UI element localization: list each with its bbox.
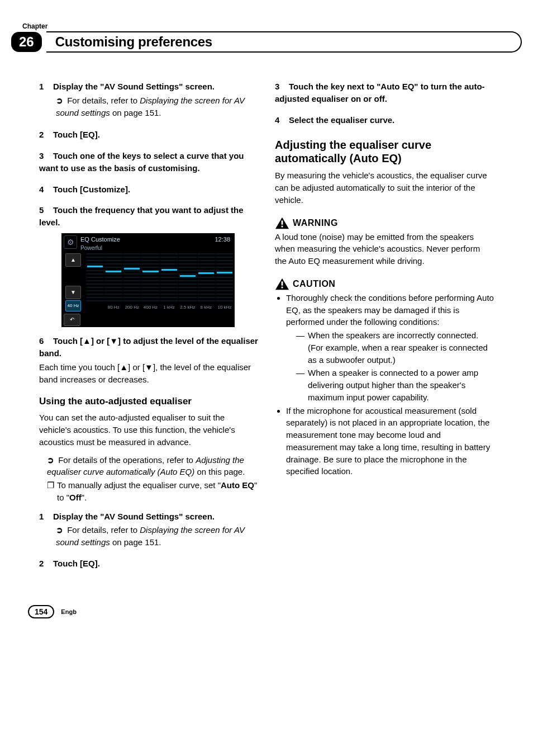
eq-band-label: 400 Hz xyxy=(141,304,159,311)
page-lang: Engb xyxy=(61,608,77,615)
chapter-title: Customising preferences xyxy=(55,34,212,50)
eq-customize-screenshot: ⚙ EQ Customize Powerful 12:38 ▲ ▼ 40 Hz xyxy=(61,233,235,327)
reference-suffix: on this page. xyxy=(194,467,245,476)
step-4: 4 Touch [Customize]. xyxy=(39,183,258,196)
step-6: 6 Touch [▲] or [▼] to adjust the level o… xyxy=(39,335,258,360)
eq-band[interactable]: 1 kHz xyxy=(160,253,178,311)
step-text: Display the "AV Sound Settings" screen. xyxy=(53,512,215,521)
eq-band[interactable]: 80 Hz xyxy=(104,253,122,311)
caution-sublist: — When the speakers are incorrectly conn… xyxy=(296,329,494,404)
content-columns: 1 Display the "AV Sound Settings" screen… xyxy=(39,75,494,571)
step-number: 5 xyxy=(39,205,44,215)
chapter-number-pill: 26 xyxy=(11,32,42,52)
subheading-auto-eq: Using the auto-adjusted equaliser xyxy=(39,395,258,409)
reference-prefix: For details of the operations, refer to xyxy=(58,455,196,465)
step-number: 3 xyxy=(275,82,279,91)
auto-eq-paragraph: By measuring the vehicle's acoustics, th… xyxy=(275,169,494,206)
caution-header: CAUTION xyxy=(275,277,494,291)
auto-eq-ref: ➲ For details of the operations, refer t… xyxy=(47,454,258,479)
step-text: Touch the frequency that you want to adj… xyxy=(39,205,244,227)
eq-band-label: 8 kHz xyxy=(197,304,215,311)
step-number: 1 xyxy=(39,82,44,91)
eq-band[interactable]: 8 kHz xyxy=(197,253,215,311)
ss-title: EQ Customize xyxy=(80,235,120,244)
caution-sub-2: — When a speaker is connected to a power… xyxy=(296,367,494,403)
svg-rect-2 xyxy=(282,225,283,227)
warning-text: A loud tone (noise) may be emitted from … xyxy=(275,231,494,267)
svg-rect-5 xyxy=(282,286,283,288)
step-text: Touch [EQ]. xyxy=(53,559,100,568)
step-1: 1 Display the "AV Sound Settings" screen… xyxy=(39,81,258,93)
step-5: 5 Touch the frequency that you want to a… xyxy=(39,204,258,229)
note-icon: ❐ xyxy=(47,479,55,504)
eq-band-label: 1 kHz xyxy=(160,304,178,311)
eq-band-label: 80 Hz xyxy=(104,304,122,311)
reference-suffix: on page 151. xyxy=(110,537,161,547)
page-number: 154 xyxy=(28,605,54,618)
reference-line-b: ➲ For details, refer to Displaying the s… xyxy=(56,524,258,549)
eq-band-label: 200 Hz xyxy=(123,304,141,311)
step-number: 1 xyxy=(39,512,44,521)
note-text: To manually adjust the equaliser curve, … xyxy=(57,479,258,504)
eq-band-label: 10 kHz xyxy=(216,304,234,311)
reference-prefix: For details, refer to xyxy=(67,96,140,105)
note-bold: Off xyxy=(69,493,82,502)
step-text: Touch [▲] or [▼] to adjust the level of … xyxy=(39,336,258,358)
eq-band[interactable]: 200 Hz xyxy=(123,253,141,311)
step-number: 2 xyxy=(39,559,44,568)
step-text: Touch [Customize]. xyxy=(53,185,130,194)
step-2: 2 Touch [EQ]. xyxy=(39,129,258,141)
note-frag: ". xyxy=(82,493,87,502)
eq-band[interactable]: 10 kHz xyxy=(216,253,234,311)
eq-band xyxy=(86,253,104,311)
ss-titlebar: ⚙ EQ Customize Powerful 12:38 xyxy=(61,233,235,252)
step-3-right: 3 Touch the key next to "Auto EQ" to tur… xyxy=(275,81,494,105)
warning-icon xyxy=(275,216,289,230)
ss-arrow-column: ▲ ▼ 40 Hz xyxy=(61,252,85,313)
ss-subtitle: Powerful xyxy=(80,244,120,253)
svg-rect-1 xyxy=(282,220,283,224)
step-3: 3 Touch one of the keys to select a curv… xyxy=(39,150,258,174)
eq-band[interactable]: 2.5 kHz xyxy=(179,253,197,311)
reference-icon: ➲ xyxy=(56,94,65,107)
caution-item-1: Thoroughly check the conditions before p… xyxy=(286,292,494,404)
eq-bands: 80 Hz200 Hz400 Hz1 kHz2.5 kHz8 kHz10 kHz xyxy=(85,252,235,313)
heading-auto-eq: Adjusting the equaliser curve automatica… xyxy=(275,138,494,165)
chapter-label: Chapter xyxy=(22,22,494,30)
ss-clock: 12:38 xyxy=(215,235,230,244)
eq-level-up-button[interactable]: ▲ xyxy=(65,253,81,267)
step-number: 2 xyxy=(39,130,44,139)
auto-eq-description: You can set the auto-adjusted equaliser … xyxy=(39,412,258,448)
step-number: 3 xyxy=(39,151,44,160)
caution-text: Thoroughly check the conditions before p… xyxy=(286,293,494,327)
left-column: 1 Display the "AV Sound Settings" screen… xyxy=(39,75,258,571)
caution-label: CAUTION xyxy=(293,277,335,290)
step-text: Touch one of the keys to select a curve … xyxy=(39,151,244,173)
chapter-title-frame: Customising preferences xyxy=(46,31,522,53)
step-text: Display the "AV Sound Settings" screen. xyxy=(53,82,215,91)
dash-icon: — xyxy=(296,367,304,403)
step-number: 6 xyxy=(39,336,44,346)
caution-item-2: If the microphone for acoustical measure… xyxy=(286,405,494,478)
reference-icon: ➲ xyxy=(47,454,56,466)
note-frag: To manually adjust the equaliser curve, … xyxy=(57,480,221,490)
eq-band-label: 2.5 kHz xyxy=(179,304,197,311)
reference-icon: ➲ xyxy=(56,524,65,536)
eq-band[interactable]: 400 Hz xyxy=(141,253,159,311)
right-column: 3 Touch the key next to "Auto EQ" to tur… xyxy=(275,75,494,571)
back-button[interactable]: ↶ xyxy=(64,314,80,326)
chapter-header: 26 Customising preferences xyxy=(11,31,522,53)
document-page: Chapter 26 Customising preferences 1 Dis… xyxy=(0,0,533,641)
step-text: Touch [EQ]. xyxy=(53,130,100,139)
auto-eq-note: ❐ To manually adjust the equaliser curve… xyxy=(47,479,258,504)
page-footer: 154 Engb xyxy=(28,605,494,618)
step-number: 4 xyxy=(39,185,44,194)
reference-prefix: For details, refer to xyxy=(67,525,140,535)
dash-icon: — xyxy=(296,329,304,366)
step-text: Touch the key next to "Auto EQ" to turn … xyxy=(275,82,485,103)
caution-sub-text: When the speakers are incorrectly connec… xyxy=(308,329,494,366)
eq-band-label xyxy=(86,304,104,311)
eq-level-down-button[interactable]: ▼ xyxy=(65,286,81,299)
step-4-right: 4 Select the equaliser curve. xyxy=(275,114,494,126)
caution-icon xyxy=(275,277,289,291)
